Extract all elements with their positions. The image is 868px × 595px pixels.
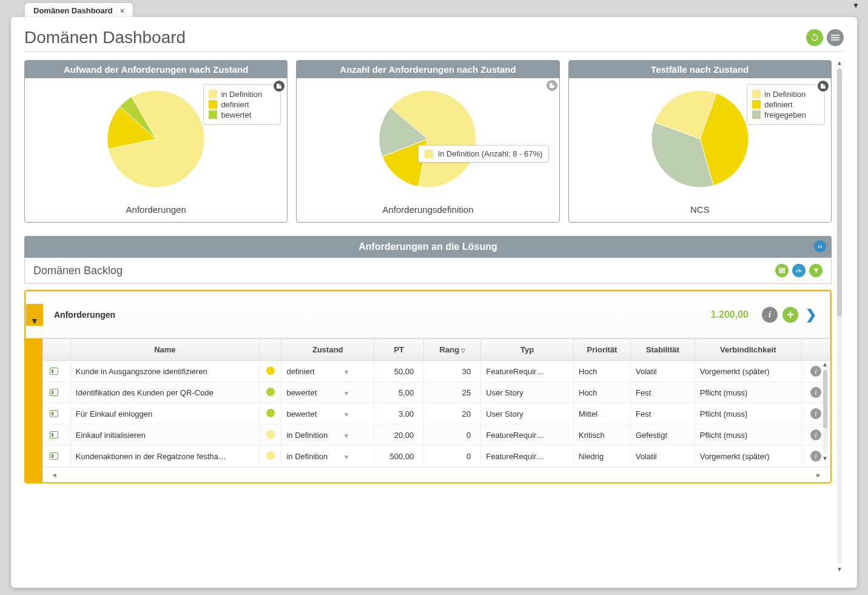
page-scrollbar[interactable] [837, 69, 842, 564]
row-info-button[interactable]: i [810, 451, 821, 462]
table-scrollbar[interactable] [823, 370, 827, 453]
cell-state[interactable]: in Definition ▼ [281, 425, 374, 446]
tab-domain-dashboard[interactable]: Domänen Dashboard × [24, 2, 133, 18]
col-stab[interactable]: Stabilität [631, 339, 695, 361]
panel-add-button[interactable]: + [782, 307, 798, 323]
cell-pt: 5,00 [374, 382, 424, 403]
cell-type: FeatureRequir… [481, 425, 574, 446]
cell-type: User Story [481, 382, 574, 403]
cell-state[interactable]: bewertet ▼ [281, 382, 374, 403]
menu-button[interactable] [827, 29, 844, 46]
tooltip-text: in Definition (Anzahl: 8 - 67%) [438, 149, 542, 158]
page-scroll-up[interactable]: ▲ [836, 60, 843, 66]
chart-title: Aufwand der Anforderungen nach Zustand [25, 61, 287, 78]
cell-rank: 25 [424, 382, 481, 403]
cell-state[interactable]: definiert ▼ [281, 361, 374, 382]
cell-type: FeatureRequir… [481, 361, 574, 382]
cell-state[interactable]: in Definition ▼ [281, 446, 374, 467]
legend-badge-icon[interactable] [545, 79, 559, 92]
requirement-icon [50, 410, 58, 417]
panel-collapse-toggle[interactable]: ▼ [26, 304, 43, 326]
col-pt[interactable]: PT [374, 339, 424, 361]
chart-title: Testfälle nach Zustand [569, 61, 831, 78]
table-row[interactable]: Identifikation des Kunden per QR-Codebew… [43, 382, 830, 403]
cell-bind: Pflicht (muss) [695, 382, 801, 403]
state-dropdown-icon[interactable]: ▼ [343, 432, 349, 439]
row-info-button[interactable]: i [810, 429, 821, 440]
col-dot[interactable] [260, 339, 281, 361]
hamburger-icon [831, 33, 839, 42]
col-rank[interactable]: Rang▽ [424, 339, 481, 361]
state-dot-icon [266, 451, 275, 460]
pie-chart-tests [651, 90, 749, 187]
table-row[interactable]: Kundenaktionen in der Regalzone festha…i… [43, 446, 830, 467]
cell-name: Für Einkauf einloggen [70, 403, 259, 425]
legend-item: bewertet [209, 110, 262, 119]
table-row[interactable]: Einkauf initialisierenin Definition ▼20,… [43, 425, 830, 446]
cell-state[interactable]: bewertet ▼ [281, 403, 374, 425]
filter-button[interactable] [809, 264, 823, 277]
cell-prio: Hoch [574, 382, 631, 403]
pie-chart-effort [107, 90, 204, 187]
cell-stab: Volatil [631, 361, 695, 382]
cell-prio: Hoch [574, 361, 631, 382]
svg-rect-5 [784, 268, 786, 274]
cell-type: FeatureRequir… [481, 446, 574, 467]
tooltip-swatch [425, 150, 433, 158]
col-icon[interactable] [43, 339, 71, 361]
cell-name: Identifikation des Kunden per QR-Code [70, 382, 259, 403]
state-dropdown-icon[interactable]: ▼ [343, 390, 349, 397]
section-expand-button[interactable]: ›› [814, 240, 826, 252]
legend-badge-icon[interactable] [816, 79, 830, 93]
columns-button[interactable] [775, 264, 789, 277]
table-scroll-up[interactable]: ▲ [822, 361, 828, 368]
cell-rank: 0 [424, 425, 481, 446]
col-state[interactable]: Zustand [281, 339, 374, 361]
requirement-icon [50, 431, 58, 439]
tab-close-icon[interactable]: × [120, 6, 125, 15]
cell-stab: Volatil [631, 446, 695, 467]
panel-next-button[interactable]: ❯ [803, 307, 819, 323]
state-dropdown-icon[interactable]: ▼ [343, 454, 349, 460]
chart-card-tests: Testfälle nach Zustand in Definitiondefi… [568, 60, 832, 223]
chart-caption: Anforderungen [25, 200, 287, 222]
col-name[interactable]: Name [70, 339, 259, 361]
requirement-icon [50, 452, 58, 460]
col-info[interactable] [801, 339, 830, 361]
legend-item: definiert [752, 100, 806, 109]
table-row[interactable]: Für Einkauf einloggenbewertet ▼3,0020Use… [43, 403, 830, 425]
table-scroll-left[interactable]: ◄ [51, 471, 58, 479]
refresh-button[interactable] [806, 29, 823, 46]
page-title: Domänen Dashboard [24, 28, 802, 47]
table-row[interactable]: Kunde in Ausgangszone identifizierendefi… [43, 361, 830, 382]
row-info-button[interactable]: i [810, 387, 821, 398]
cell-prio: Mittel [574, 403, 631, 425]
svg-rect-1 [831, 37, 839, 38]
settings-button[interactable] [792, 264, 806, 277]
panel-info-button[interactable]: i [762, 307, 778, 323]
chrome-menu-dropdown[interactable]: ▼ [852, 1, 860, 10]
cell-pt: 20,00 [374, 425, 424, 446]
col-type[interactable]: Typ [481, 339, 574, 361]
section-bar-title: Anforderungen an die Lösung [358, 241, 497, 252]
chart-tooltip: in Definition (Anzahl: 8 - 67%) [418, 145, 549, 163]
col-prio[interactable]: Priorität [574, 339, 631, 361]
state-dropdown-icon[interactable]: ▼ [343, 369, 349, 375]
col-bind[interactable]: Verbindlichkeit [695, 339, 801, 361]
cell-bind: Vorgemerkt (später) [695, 361, 801, 382]
table-scroll-right[interactable]: ► [815, 471, 822, 479]
cell-bind: Pflicht (muss) [695, 403, 801, 425]
cell-stab: Gefestigt [631, 425, 695, 446]
cell-rank: 30 [424, 361, 481, 382]
row-info-button[interactable]: i [810, 366, 821, 377]
backlog-table: Name Zustand PT Rang▽ Typ Priorität Stab… [42, 338, 830, 467]
cell-rank: 20 [424, 403, 481, 425]
cell-stab: Fest [631, 403, 695, 425]
table-scroll-down[interactable]: ▼ [822, 455, 828, 462]
state-dot-icon [266, 409, 275, 417]
state-dropdown-icon[interactable]: ▼ [343, 411, 349, 418]
chart-caption: NCS [569, 200, 831, 222]
row-info-button[interactable]: i [810, 408, 821, 419]
page-scroll-down[interactable]: ▼ [836, 566, 843, 573]
legend-badge-icon[interactable] [272, 79, 286, 93]
